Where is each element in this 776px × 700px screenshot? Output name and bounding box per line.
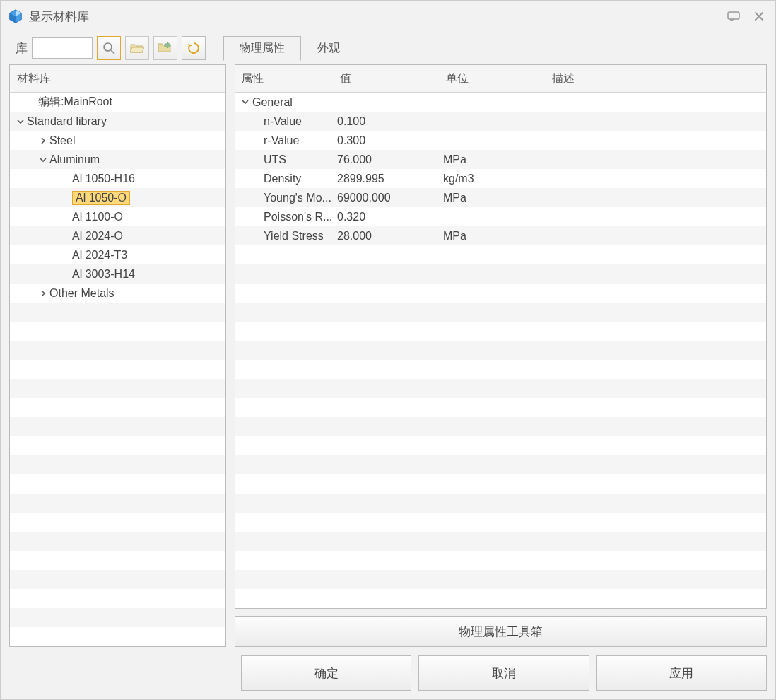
tree-item-label: Other Metals [49, 287, 114, 300]
grid-row[interactable] [235, 264, 766, 284]
tree-row[interactable] [10, 474, 225, 494]
grid-row[interactable] [235, 303, 766, 322]
grid-row[interactable] [235, 589, 766, 608]
physical-toolbox-button[interactable]: 物理属性工具箱 [235, 616, 767, 647]
grid-row[interactable]: n-Value0.100 [235, 112, 766, 131]
chevron-down-icon[interactable] [38, 156, 48, 164]
tab-physical[interactable]: 物理属性 [223, 36, 301, 61]
tree-row[interactable]: Other Metals [10, 284, 225, 303]
group-cell[interactable]: General [235, 96, 334, 109]
tree-row[interactable] [10, 436, 225, 455]
grid-row[interactable] [235, 474, 766, 494]
chevron-right-icon[interactable] [38, 136, 48, 145]
grid-body[interactable]: Generaln-Value0.100r-Value0.300UTS76.000… [235, 93, 766, 608]
tree-row[interactable]: Al 2024-O [10, 226, 225, 245]
grid-row[interactable] [235, 513, 766, 532]
grid-row[interactable] [235, 245, 766, 264]
attr-cell: Poisson's R... [235, 211, 334, 223]
tree-row[interactable]: Al 2024-T3 [10, 245, 225, 264]
tree-row[interactable]: Steel [10, 131, 225, 150]
grid-row[interactable]: Yield Stress28.000MPa [235, 226, 766, 245]
ok-button[interactable]: 确定 [241, 655, 411, 691]
value-cell[interactable]: 69000.000 [334, 192, 440, 204]
grid-row[interactable]: Young's Mo...69000.000MPa [235, 188, 766, 207]
tree-row[interactable] [10, 513, 225, 532]
unit-cell: MPa [440, 192, 546, 204]
chevron-down-icon[interactable] [238, 98, 252, 106]
tree-row[interactable] [10, 551, 225, 570]
grid-row[interactable] [235, 455, 766, 474]
tree-row[interactable]: Al 1050-O [10, 188, 225, 207]
grid-row[interactable]: Poisson's R...0.320 [235, 207, 766, 226]
library-input[interactable] [32, 37, 93, 59]
grid-row[interactable] [235, 417, 766, 436]
tree-row[interactable] [10, 494, 225, 513]
material-tree-panel: 材料库 编辑:MainRootStandard librarySteelAlum… [9, 64, 226, 647]
value-cell[interactable]: 76.000 [334, 153, 440, 166]
grid-row[interactable] [235, 360, 766, 379]
refresh-button[interactable] [182, 36, 206, 60]
grid-row[interactable]: UTS76.000MPa [235, 150, 766, 169]
grid-row[interactable] [235, 322, 766, 341]
tree-row[interactable]: 编辑:MainRoot [10, 93, 225, 112]
col-header-val[interactable]: 值 [334, 65, 440, 92]
chevron-down-icon[interactable] [16, 117, 25, 126]
col-header-desc[interactable]: 描述 [546, 65, 766, 92]
tree-row[interactable]: Al 3003-H14 [10, 264, 225, 284]
grid-row[interactable] [235, 551, 766, 570]
apply-button[interactable]: 应用 [596, 655, 767, 691]
search-button[interactable] [97, 36, 121, 60]
tree-row[interactable]: Al 1100-O [10, 207, 225, 226]
tree-row[interactable] [10, 341, 225, 360]
open-folder-button[interactable] [125, 36, 149, 60]
close-icon[interactable] [750, 9, 768, 23]
unit-cell: MPa [440, 230, 546, 243]
grid-row[interactable] [235, 379, 766, 398]
folder-open-icon [130, 42, 144, 54]
cancel-button[interactable]: 取消 [418, 655, 589, 691]
tree-row[interactable] [10, 322, 225, 341]
tree-row[interactable] [10, 455, 225, 474]
tree-row[interactable]: Al 1050-H16 [10, 169, 225, 188]
tree-row[interactable] [10, 608, 225, 627]
grid-row[interactable]: Density2899.995kg/m3 [235, 169, 766, 188]
chevron-right-icon[interactable] [38, 289, 48, 298]
unit-cell: kg/m3 [440, 173, 546, 185]
export-folder-button[interactable] [153, 36, 177, 60]
col-header-attr[interactable]: 属性 [235, 65, 334, 92]
tree-item-label: Steel [49, 134, 75, 147]
content-area: 材料库 编辑:MainRootStandard librarySteelAlum… [1, 64, 775, 655]
grid-row[interactable]: General [235, 93, 766, 112]
value-cell[interactable]: 2899.995 [334, 173, 440, 185]
grid-row[interactable] [235, 532, 766, 551]
grid-row[interactable] [235, 284, 766, 303]
grid-row[interactable]: r-Value0.300 [235, 131, 766, 150]
titlebar: 显示材料库 [1, 1, 775, 32]
grid-row[interactable] [235, 341, 766, 360]
grid-row[interactable] [235, 436, 766, 455]
tree-row[interactable] [10, 589, 225, 608]
grid-row[interactable] [235, 570, 766, 589]
material-tree[interactable]: 编辑:MainRootStandard librarySteelAluminum… [10, 93, 225, 646]
tree-row[interactable] [10, 303, 225, 322]
value-cell[interactable]: 0.320 [334, 211, 440, 223]
value-cell[interactable]: 0.100 [334, 115, 440, 128]
col-header-unit[interactable]: 单位 [440, 65, 546, 92]
tab-appearance[interactable]: 外观 [301, 36, 356, 60]
tree-row[interactable]: Aluminum [10, 150, 225, 169]
tree-row[interactable]: Standard library [10, 112, 225, 131]
tree-row[interactable] [10, 417, 225, 436]
window-title: 显示材料库 [29, 8, 89, 25]
tree-row[interactable] [10, 532, 225, 551]
tree-row[interactable] [10, 379, 225, 398]
grid-row[interactable] [235, 494, 766, 513]
svg-rect-0 [728, 12, 739, 19]
tree-row[interactable] [10, 360, 225, 379]
feedback-icon[interactable] [724, 9, 743, 23]
grid-row[interactable] [235, 398, 766, 417]
tree-row[interactable] [10, 570, 225, 589]
attr-cell: r-Value [235, 134, 334, 147]
tree-row[interactable] [10, 398, 225, 417]
value-cell[interactable]: 28.000 [334, 230, 440, 243]
value-cell[interactable]: 0.300 [334, 134, 440, 147]
